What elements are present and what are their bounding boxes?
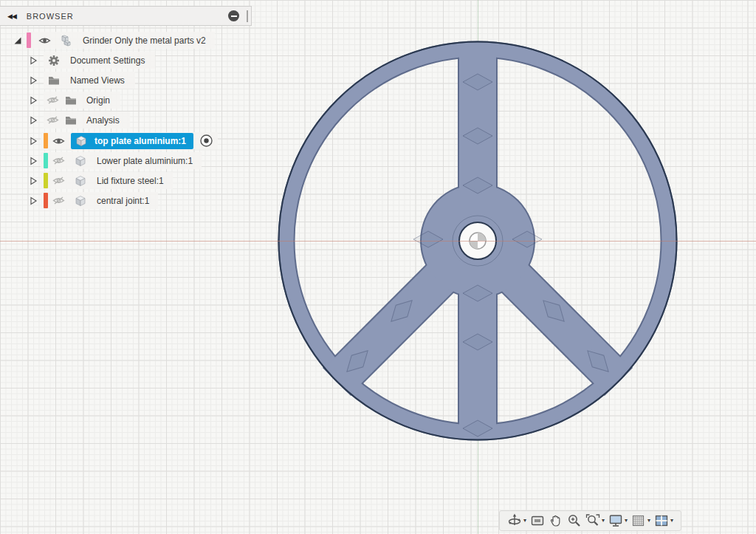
selected-component[interactable]: top plate aluminium:1: [71, 133, 193, 149]
component-icon: [75, 135, 87, 147]
tree-row-origin[interactable]: Origin: [30, 92, 120, 109]
eye-hidden-icon[interactable]: [47, 95, 59, 105]
eye-hidden-icon[interactable]: [52, 176, 65, 185]
panel-drag-handle[interactable]: [247, 10, 248, 22]
collapsed-arrow-icon[interactable]: [30, 196, 38, 205]
component-icon: [75, 155, 86, 167]
viewports-button[interactable]: ▾: [654, 513, 673, 528]
collapse-panel-icon[interactable]: ◀◀: [7, 13, 16, 20]
eye-hidden-icon[interactable]: [52, 156, 65, 165]
component-label[interactable]: top plate aluminium:1: [94, 136, 186, 146]
x-axis-line: [0, 241, 756, 242]
component-icon: [75, 195, 86, 207]
caret-down-icon[interactable]: ▾: [670, 518, 673, 524]
component-icon: [75, 175, 86, 187]
navigation-toolbar: ▾ ▾ ▾: [499, 510, 681, 531]
tree-row-lid-fixture[interactable]: Lid fixture steel:1: [30, 172, 173, 189]
eye-visible-icon[interactable]: [52, 137, 65, 146]
component-label[interactable]: Lid fixture steel:1: [97, 176, 164, 186]
folder-label[interactable]: Named Views: [70, 75, 125, 86]
component-label[interactable]: central joint:1: [97, 196, 149, 206]
caret-down-icon[interactable]: ▾: [647, 518, 650, 524]
caret-down-icon[interactable]: ▾: [523, 518, 526, 524]
orbit-icon: [507, 513, 522, 528]
tree-row-named-views[interactable]: Named Views: [30, 72, 135, 89]
expanded-arrow-icon[interactable]: [13, 36, 22, 45]
component-label[interactable]: Grinder Only the metal parts v2: [83, 35, 206, 46]
component-color-swatch[interactable]: [44, 153, 48, 168]
tree-row-analysis[interactable]: Analysis: [30, 112, 130, 129]
caret-down-icon[interactable]: ▾: [602, 518, 605, 524]
hide-panel-button[interactable]: [228, 10, 239, 21]
tree-row-top-plate[interactable]: top plate aluminium:1: [30, 132, 218, 149]
folder-icon: [65, 95, 77, 105]
orbit-button[interactable]: ▾: [507, 513, 526, 528]
fit-button[interactable]: ▾: [585, 513, 605, 528]
folder-label[interactable]: Analysis: [86, 115, 120, 126]
component-label[interactable]: Lower plate aluminium:1: [97, 156, 193, 166]
display-settings-icon: [608, 513, 623, 528]
display-settings-button[interactable]: ▾: [608, 513, 628, 528]
collapsed-arrow-icon[interactable]: [30, 137, 38, 146]
component-color-swatch[interactable]: [44, 193, 48, 208]
caret-down-icon[interactable]: ▾: [625, 518, 628, 524]
component-color-swatch[interactable]: [44, 173, 48, 188]
collapsed-arrow-icon[interactable]: [30, 56, 38, 65]
folder-label[interactable]: Origin: [86, 95, 110, 106]
component-color-swatch[interactable]: [44, 133, 48, 148]
look-at-icon: [530, 513, 545, 528]
folder-icon: [48, 75, 60, 85]
fit-icon: [585, 513, 600, 528]
tree-row-root[interactable]: Grinder Only the metal parts v2: [13, 32, 215, 49]
viewports-icon: [654, 513, 669, 528]
panel-title: BROWSER: [27, 12, 74, 21]
pan-button[interactable]: [549, 513, 563, 528]
folder-icon: [65, 115, 77, 125]
component-color-swatch[interactable]: [27, 32, 31, 48]
collapsed-arrow-icon[interactable]: [30, 116, 38, 125]
collapsed-arrow-icon[interactable]: [30, 157, 38, 165]
zoom-button[interactable]: [567, 513, 582, 528]
pan-icon: [549, 513, 563, 528]
grid-icon: [631, 513, 646, 528]
activate-component-radio[interactable]: [199, 134, 213, 148]
folder-label[interactable]: Document Settings: [70, 55, 145, 66]
eye-hidden-icon[interactable]: [47, 115, 59, 125]
eye-hidden-icon[interactable]: [52, 196, 65, 205]
assembly-icon: [58, 35, 72, 47]
grid-and-snaps-button[interactable]: ▾: [631, 513, 650, 528]
gear-icon: [48, 55, 60, 66]
browser-panel-header[interactable]: ◀◀ BROWSER: [0, 6, 252, 26]
zoom-icon: [567, 513, 582, 528]
look-at-button[interactable]: [530, 513, 545, 528]
collapsed-arrow-icon[interactable]: [30, 76, 38, 85]
collapsed-arrow-icon[interactable]: [30, 96, 38, 105]
tree-row-lower-plate[interactable]: Lower plate aluminium:1: [30, 152, 202, 169]
eye-visible-icon[interactable]: [38, 36, 51, 45]
collapsed-arrow-icon[interactable]: [30, 177, 38, 185]
tree-row-central-joint[interactable]: central joint:1: [30, 192, 158, 209]
tree-row-document-settings[interactable]: Document Settings: [30, 52, 155, 69]
